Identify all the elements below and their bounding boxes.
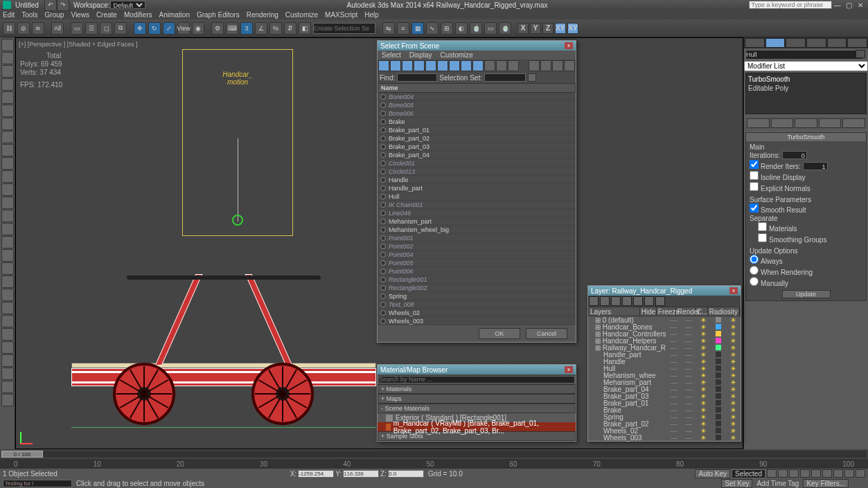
selection-set-input[interactable] [313,23,375,34]
maxscript-mini-listener[interactable] [3,480,72,487]
delete-layer-icon[interactable] [600,296,610,306]
remove-mod-icon[interactable] [819,118,842,128]
left-icon[interactable] [1,144,14,156]
tab-hierarchy-icon[interactable] [786,38,806,48]
select-link-icon[interactable]: ⛓ [3,22,15,35]
filter-invert-icon[interactable] [508,60,519,71]
selset-input[interactable] [484,73,526,82]
tab-display-icon[interactable] [827,38,847,48]
left-icon[interactable] [1,91,14,104]
left-icon[interactable] [1,394,14,406]
keyboard-icon[interactable]: ⌨ [226,22,238,35]
layer-row[interactable]: Brake_part_01——☀☀ [588,399,741,406]
layer-manager-dialog[interactable]: Layer: Railway_Handcar_Riggedx Layers Hi… [587,285,741,442]
play-icon[interactable] [789,469,799,478]
addtimetag-button[interactable]: Add Time Tag [756,480,799,487]
layer-row[interactable]: ⊞ Railway_Handcar_R...——☀☀ [588,344,741,351]
workspace-selector[interactable]: Default [110,1,145,9]
nav-zoom-icon[interactable] [822,469,832,478]
layer-row[interactable]: Handle_part——☀☀ [588,351,741,358]
scene-item[interactable]: Circle001 [378,159,576,168]
render-frame-icon[interactable]: ▭ [484,22,497,35]
scene-item[interactable]: Wheels_003 [378,317,576,325]
scene-item[interactable]: Bone004 [378,93,576,101]
coord-x-input[interactable] [298,470,334,478]
left-icon[interactable] [1,39,14,51]
time-slider[interactable]: 0 / 100 [0,449,868,459]
update-always-radio[interactable] [750,255,759,264]
setkey-button[interactable]: Set Key [721,479,752,488]
scene-item[interactable]: Brake_part_02 [378,134,576,143]
time-thumb[interactable]: 0 / 100 [1,451,43,458]
scene-item[interactable]: Rectangle001 [378,275,576,284]
render-iters-check[interactable] [750,160,759,169]
layer-row[interactable]: Wheels_003——☀☀ [588,434,741,441]
close-icon[interactable]: x [565,366,573,373]
layer-row[interactable]: Hull——☀☀ [588,365,741,372]
left-icon[interactable] [1,105,14,117]
menu-animation[interactable]: Animation [159,11,189,19]
scene-item[interactable]: Handle_part [378,184,576,192]
scene-object-list[interactable]: Bone004Bone005Bone006BrakeBrake_part_01B… [378,93,576,325]
scene-item[interactable]: Wheels_02 [378,309,576,317]
section-maps[interactable]: + Maps [378,394,576,404]
freeze-icon[interactable] [655,296,665,306]
scene-item[interactable]: Spring [378,292,576,300]
left-icon[interactable] [1,210,14,222]
angle-snap-icon[interactable]: ∠ [255,22,267,35]
left-icon[interactable] [1,341,14,354]
menu-graph-editors[interactable]: Graph Editors [197,11,240,19]
name-column-header[interactable]: Name [378,83,576,93]
object-color-swatch[interactable] [856,50,865,58]
menu-edit[interactable]: Edit [3,11,15,19]
spinner-snap-icon[interactable]: ⇵ [284,22,296,35]
axis-x[interactable]: X [517,23,529,34]
scene-item[interactable]: Line046 [378,209,576,217]
scene-item[interactable]: Brake_part_04 [378,151,576,159]
scene-item[interactable]: Brake [378,118,576,126]
layer-row[interactable]: ⊞ Handcar_Controllers——☀☀ [588,330,741,337]
scene-item[interactable]: IK Chain001 [378,201,576,209]
layer-row[interactable]: ⊞ Handcar_Helpers——☀☀ [588,337,741,344]
layer-list[interactable]: ⊞ 0 (default)——☀☀⊞ Handcar_Bones——☀☀⊞ Ha… [588,316,741,441]
layer-row[interactable]: Brake——☀☀ [588,406,741,413]
menu-rendering[interactable]: Rendering [247,11,278,19]
left-icon[interactable] [1,354,14,367]
layers-icon[interactable]: ▦ [411,22,424,35]
ref-coord-icon[interactable]: View [177,22,190,35]
layer-row[interactable]: Handle——☀☀ [588,358,741,365]
object-name-input[interactable] [745,50,863,60]
move-icon[interactable]: ✥ [134,22,146,35]
coord-z-input[interactable] [388,470,424,478]
scene-item[interactable]: Point006 [378,267,576,275]
material-browser-dialog[interactable]: Material/Map Browserx + Materials + Maps… [377,364,576,442]
material-search-input[interactable] [378,376,575,383]
manip-icon[interactable]: ⚙ [211,22,224,35]
left-icon[interactable] [1,197,14,209]
scene-item[interactable]: Rectangle002 [378,284,576,292]
scene-item[interactable]: Handle [378,176,576,184]
section-scene-materials[interactable]: - Scene Materials [378,404,576,413]
scene-item[interactable]: Brake_part_03 [378,143,576,151]
left-icon[interactable] [1,78,14,91]
schematic-icon[interactable]: ⊞ [441,22,453,35]
selset-icon[interactable] [528,73,536,82]
sep-groups-check[interactable] [758,233,767,242]
scene-item[interactable]: Bone006 [378,109,576,118]
update-render-radio[interactable] [750,266,759,275]
left-icon[interactable] [1,183,14,196]
left-icon[interactable] [1,249,14,262]
left-icon[interactable] [1,315,14,327]
nav-region-icon[interactable] [856,469,865,478]
cancel-button[interactable]: Cancel [526,328,567,339]
filter-cameras-icon[interactable] [414,60,425,71]
left-icon[interactable] [1,170,14,183]
dlg-menu-customize[interactable]: Customize [441,51,473,59]
left-icon[interactable] [1,289,14,301]
tab-modify-icon[interactable] [765,38,786,48]
layer-row[interactable]: Mehanism_whee——☀☀ [588,372,741,379]
snap-3d-icon[interactable]: 3 [240,22,253,35]
left-icon[interactable] [1,381,14,393]
menu-modifiers[interactable]: Modifiers [124,11,152,19]
scene-item[interactable]: Point004 [378,251,576,259]
